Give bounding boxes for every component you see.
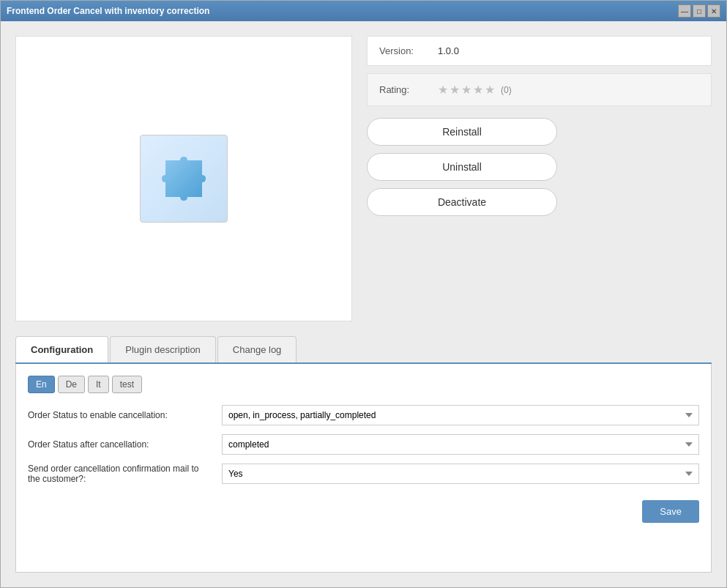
tabs-section: Configuration Plugin description Change … <box>15 336 712 573</box>
main-window: Frontend Order Cancel with inventory cor… <box>0 0 727 588</box>
lang-tab-en[interactable]: En <box>28 376 55 393</box>
plugin-image-panel <box>15 36 352 321</box>
uninstall-button[interactable]: Uninstall <box>367 153 557 181</box>
version-row: Version: 1.0.0 <box>367 36 712 66</box>
tab-plugin-description[interactable]: Plugin description <box>110 336 216 362</box>
reinstall-button[interactable]: Reinstall <box>367 118 557 146</box>
window-controls: — □ ✕ <box>678 4 720 18</box>
lang-tab-de[interactable]: De <box>58 376 85 393</box>
action-buttons: Reinstall Uninstall Deactivate <box>367 118 712 216</box>
tab-content-configuration: En De It test Order Status to enable can… <box>15 364 712 573</box>
lang-tab-it[interactable]: It <box>88 376 109 393</box>
config-label-2: Send order cancellation confirmation mai… <box>28 464 215 484</box>
config-field-2: Send order cancellation confirmation mai… <box>28 464 699 484</box>
rating-stars: ★ ★ ★ ★ ★ (0) <box>438 83 512 97</box>
version-label: Version: <box>379 45 438 56</box>
version-value: 1.0.0 <box>438 45 459 56</box>
tab-change-log[interactable]: Change log <box>217 336 297 362</box>
rating-row: Rating: ★ ★ ★ ★ ★ (0) <box>367 73 712 106</box>
titlebar: Frontend Order Cancel with inventory cor… <box>1 1 726 21</box>
top-section: Version: 1.0.0 Rating: ★ ★ ★ ★ ★ (0) Re <box>15 36 712 321</box>
save-bar: Save <box>28 493 699 526</box>
config-field-0: Order Status to enable cancellation: ope… <box>28 405 699 425</box>
config-label-1: Order Status after cancellation: <box>28 439 215 450</box>
close-button[interactable]: ✕ <box>707 4 720 18</box>
lang-tab-test[interactable]: test <box>112 376 142 393</box>
lang-tabs: En De It test <box>28 376 699 393</box>
config-field-1: Order Status after cancellation: complet… <box>28 434 699 455</box>
window-title: Frontend Order Cancel with inventory cor… <box>7 6 209 16</box>
rating-count: (0) <box>501 85 512 95</box>
send-mail-select[interactable]: Yes No <box>222 464 699 484</box>
deactivate-button[interactable]: Deactivate <box>367 188 557 216</box>
order-status-enable-select[interactable]: open, in_process, partially_completed op… <box>222 405 699 425</box>
plugin-icon-box <box>140 135 228 223</box>
rating-label: Rating: <box>379 84 438 95</box>
window-body: Version: 1.0.0 Rating: ★ ★ ★ ★ ★ (0) Re <box>1 21 726 587</box>
config-label-0: Order Status to enable cancellation: <box>28 410 215 420</box>
save-button[interactable]: Save <box>642 500 699 523</box>
minimize-button[interactable]: — <box>678 4 691 18</box>
tabs-header: Configuration Plugin description Change … <box>15 336 712 364</box>
puzzle-icon <box>154 149 213 208</box>
maximize-button[interactable]: □ <box>693 4 706 18</box>
plugin-info-panel: Version: 1.0.0 Rating: ★ ★ ★ ★ ★ (0) Re <box>367 36 712 321</box>
tab-configuration[interactable]: Configuration <box>15 336 108 362</box>
order-status-after-select[interactable]: completed cancelled open <box>222 434 699 455</box>
